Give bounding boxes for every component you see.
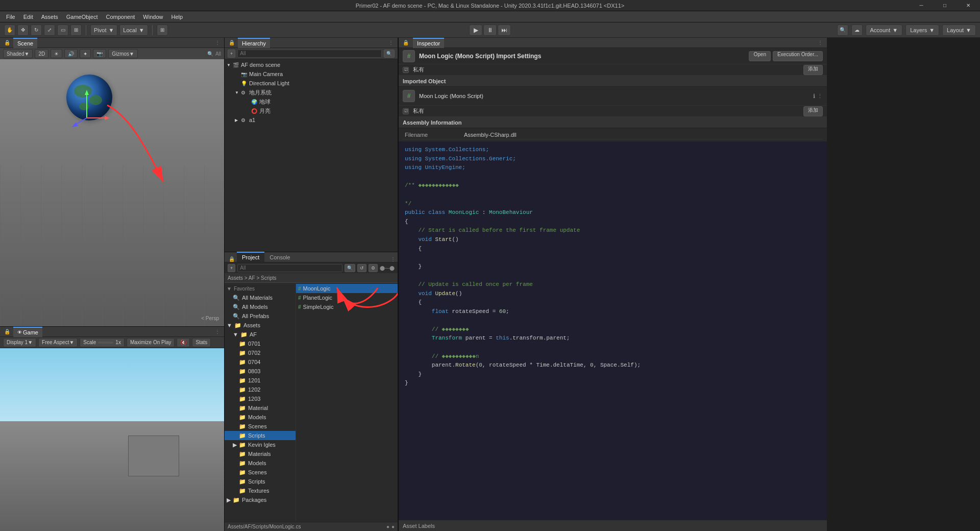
scripts2-folder[interactable]: 📁 Scripts xyxy=(225,477,296,486)
project-search-input[interactable] xyxy=(237,264,342,272)
private-checkbox[interactable]: ☑ xyxy=(403,67,409,73)
moon-logic-file[interactable]: # MoonLogic xyxy=(296,284,398,293)
pause-button[interactable]: ⏸ xyxy=(483,25,497,36)
tool-rect[interactable]: ▭ xyxy=(57,25,68,36)
menu-window[interactable]: Window xyxy=(139,13,167,21)
effects-button[interactable]: ✦ xyxy=(80,49,91,58)
menu-edit[interactable]: Edit xyxy=(19,13,37,21)
tool-hand[interactable]: ✋ xyxy=(4,25,15,36)
add-button-2[interactable]: 添加 xyxy=(803,106,823,116)
kevin-igles-folder[interactable]: ▶ 📁 Kevin Igles xyxy=(225,440,296,449)
tree-item-dir-light[interactable]: 💡 Directional Light xyxy=(225,79,398,88)
packages-folder[interactable]: ▶ 📁 Packages xyxy=(225,495,296,504)
planet-logic-file[interactable]: # PlanetLogic xyxy=(296,293,398,302)
tool-scale[interactable]: ⤢ xyxy=(44,25,55,36)
scale-slider[interactable] xyxy=(98,342,113,344)
game-tab[interactable]: 👁 Game xyxy=(13,327,42,337)
game-menu-icon[interactable]: ⋮ xyxy=(215,329,220,334)
tree-item-af-demo-scene[interactable]: ▼ 🎬 AF demo scene xyxy=(225,60,398,69)
search-button[interactable]: 🔍 xyxy=(837,25,848,36)
project-settings-btn[interactable]: ⚙ xyxy=(369,264,378,272)
all-prefabs-item[interactable]: 🔍 All Prefabs xyxy=(225,311,296,321)
tree-item-moon-system[interactable]: ▼ ⚙ 地月系统 xyxy=(225,88,398,97)
0803-folder[interactable]: 📁 0803 xyxy=(225,367,296,376)
layout-dropdown[interactable]: Layout ▼ xyxy=(942,25,976,36)
hierarchy-search-input[interactable] xyxy=(237,50,382,58)
cloud-button[interactable]: ☁ xyxy=(851,25,863,36)
project-refresh-btn[interactable]: ↺ xyxy=(357,264,366,272)
play-button[interactable]: ▶ xyxy=(469,25,482,36)
scene-camera-btn[interactable]: 📷 xyxy=(93,49,106,58)
scripts-folder[interactable]: 📁 Scripts xyxy=(225,431,296,440)
scenes-folder[interactable]: 📁 Scenes xyxy=(225,422,296,431)
hierarchy-add-btn[interactable]: + xyxy=(228,50,235,58)
2d-button[interactable]: 2D xyxy=(35,49,48,58)
material-folder[interactable]: 📁 Material xyxy=(225,403,296,413)
af-folder[interactable]: ▼ 📁 AF xyxy=(225,330,296,339)
audio-button[interactable]: 🔊 xyxy=(64,49,78,58)
0702-folder[interactable]: 📁 0702 xyxy=(225,348,296,357)
aspect-dropdown[interactable]: Free Aspect ▼ xyxy=(38,338,78,347)
project-add-btn[interactable]: + xyxy=(228,264,235,272)
add-button[interactable]: 添加 xyxy=(803,65,823,75)
project-tab[interactable]: Project xyxy=(237,252,264,262)
tool-transform[interactable]: ⊞ xyxy=(70,25,82,36)
menu-assets[interactable]: Assets xyxy=(37,13,62,21)
account-dropdown[interactable]: Account ▼ xyxy=(866,25,903,36)
assets-root[interactable]: ▼ 📁 Assets xyxy=(225,321,296,330)
models-folder[interactable]: 📁 Models xyxy=(225,413,296,422)
menu-file[interactable]: File xyxy=(2,13,19,21)
search-scene[interactable]: 🔍 xyxy=(207,51,213,57)
tree-item-earth[interactable]: 🌍 地球 xyxy=(225,97,398,106)
execution-order-button[interactable]: Execution Order... xyxy=(773,51,823,61)
scene-menu-icon[interactable]: ⋮ xyxy=(215,40,220,45)
snap-settings[interactable]: ⊞ xyxy=(157,25,168,36)
tool-move[interactable]: ✥ xyxy=(17,25,29,36)
scale-control[interactable]: Scale 1x xyxy=(80,338,125,347)
menu-help[interactable]: Help xyxy=(167,13,187,21)
simple-logic-file[interactable]: # SimpleLogic xyxy=(296,302,398,311)
hierarchy-tab[interactable]: Hierarchy xyxy=(238,38,270,48)
display-dropdown[interactable]: Display 1 ▼ xyxy=(3,338,36,347)
close-button[interactable]: ✕ xyxy=(957,0,980,11)
tree-item-a1[interactable]: ▶ ⚙ a1 xyxy=(225,115,398,125)
stats-btn[interactable]: Stats xyxy=(192,338,211,347)
project-menu-icon[interactable]: ⋮ xyxy=(390,256,396,262)
materials2-folder[interactable]: 📁 Materials xyxy=(225,449,296,458)
models2-folder[interactable]: 📁 Models xyxy=(225,458,296,468)
hierarchy-search-btn[interactable]: 🔍 xyxy=(384,50,395,58)
maximize-button[interactable]: □ xyxy=(933,0,957,11)
hierarchy-menu-icon[interactable]: ⋮ xyxy=(388,40,394,45)
tree-item-moon[interactable]: ⭕ 月亮 xyxy=(225,106,398,115)
textures-folder[interactable]: 📁 Textures xyxy=(225,486,296,495)
maximize-on-play-btn[interactable]: Maximize On Play xyxy=(127,338,175,347)
private-checkbox-2[interactable]: ☑ xyxy=(403,108,409,114)
step-button[interactable]: ⏭ xyxy=(498,25,511,36)
local-dropdown[interactable]: Local ▼ xyxy=(119,25,148,36)
gizmos-dropdown[interactable]: Gizmos ▼ xyxy=(108,49,138,58)
all-models-item[interactable]: 🔍 All Models xyxy=(225,302,296,311)
menu-component[interactable]: Component xyxy=(102,13,139,21)
0701-folder[interactable]: 📁 0701 xyxy=(225,339,296,348)
inspector-tab[interactable]: Inspector xyxy=(413,38,444,48)
0704-folder[interactable]: 📁 0704 xyxy=(225,357,296,367)
layers-dropdown[interactable]: Layers ▼ xyxy=(905,25,939,36)
1202-folder[interactable]: 📁 1202 xyxy=(225,385,296,394)
open-button[interactable]: Open xyxy=(749,51,770,61)
lighting-button[interactable]: ☀ xyxy=(51,49,62,58)
scene-tab[interactable]: Scene xyxy=(13,38,37,48)
1201-folder[interactable]: 📁 1201 xyxy=(225,376,296,385)
scenes2-folder[interactable]: 📁 Scenes xyxy=(225,468,296,477)
1203-folder[interactable]: 📁 1203 xyxy=(225,394,296,403)
shading-dropdown[interactable]: Shaded ▼ xyxy=(3,49,33,58)
pivot-dropdown[interactable]: Pivot ▼ xyxy=(90,25,117,36)
tool-rotate[interactable]: ↻ xyxy=(31,25,42,36)
mute-audio-btn[interactable]: 🔇 xyxy=(177,338,190,347)
minimize-button[interactable]: ─ xyxy=(910,0,933,11)
all-materials-item[interactable]: 🔍 All Materials xyxy=(225,293,296,302)
project-search-btn[interactable]: 🔍 xyxy=(345,264,355,272)
tree-item-main-camera[interactable]: 📷 Main Camera xyxy=(225,69,398,79)
inspector-menu-icon[interactable]: ⋮ xyxy=(818,40,823,45)
console-tab[interactable]: Console xyxy=(264,252,295,262)
menu-gameobject[interactable]: GameObject xyxy=(62,13,102,21)
